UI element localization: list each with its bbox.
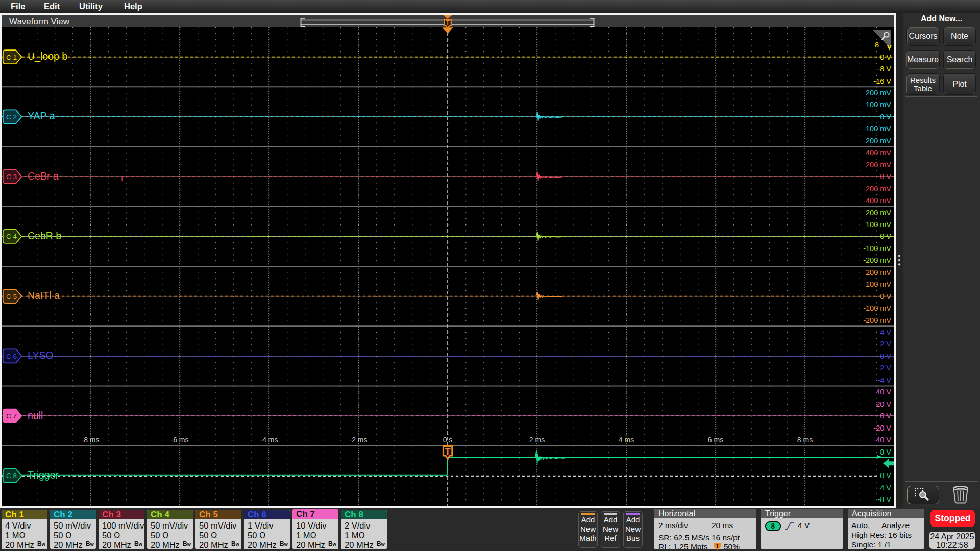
svg-text:400 mV: 400 mV (866, 148, 891, 157)
svg-text:-8 ms: -8 ms (82, 436, 100, 444)
svg-text:-8 V: -8 V (877, 495, 891, 504)
svg-text:C 8: C 8 (6, 472, 17, 480)
svg-text:-100 mV: -100 mV (863, 244, 891, 253)
svg-text:C 1: C 1 (6, 54, 17, 61)
svg-text:8 ms: 8 ms (797, 436, 813, 444)
svg-text:-400 mV: -400 mV (863, 196, 891, 205)
svg-text:-40 V: -40 V (873, 436, 891, 444)
svg-text:100 mV: 100 mV (866, 220, 891, 229)
svg-text:-200 mV: -200 mV (863, 256, 891, 264)
svg-text:200 mV: 200 mV (866, 268, 891, 277)
svg-text:100 mV: 100 mV (866, 101, 891, 109)
svg-text:-2 V: -2 V (877, 364, 891, 372)
svg-text:200 mV: 200 mV (866, 209, 891, 217)
svg-text:200 mV: 200 mV (866, 89, 891, 97)
svg-text:2 V: 2 V (880, 340, 891, 348)
svg-text:C 5: C 5 (6, 293, 17, 300)
svg-text:6 ms: 6 ms (708, 436, 723, 444)
svg-text:-6 ms: -6 ms (171, 436, 189, 444)
svg-text:-8 V: -8 V (877, 65, 891, 73)
svg-text:-200 mV: -200 mV (863, 185, 891, 193)
svg-text:0 s: 0 s (443, 436, 453, 444)
svg-text:4 V: 4 V (880, 328, 891, 336)
svg-text:-200 mV: -200 mV (863, 137, 891, 145)
svg-text:CeBr a: CeBr a (28, 170, 59, 182)
svg-text:200 mV: 200 mV (866, 161, 891, 169)
svg-text:C 7: C 7 (6, 412, 17, 420)
svg-text:CebR b: CebR b (28, 230, 61, 241)
svg-text:8: 8 (875, 41, 879, 49)
svg-text:-4 V: -4 V (877, 484, 891, 492)
svg-text:-20 V: -20 V (873, 424, 891, 432)
svg-text:null: null (28, 410, 43, 421)
svg-text:-200 mV: -200 mV (863, 316, 891, 324)
svg-text:2 ms: 2 ms (529, 436, 545, 444)
svg-text:U_loop b: U_loop b (28, 51, 67, 62)
svg-text:100 mV: 100 mV (866, 280, 891, 288)
svg-text:-4 V: -4 V (877, 376, 891, 384)
svg-text:LYSO: LYSO (28, 349, 54, 361)
svg-text:C 2: C 2 (6, 113, 17, 121)
svg-text:C 3: C 3 (6, 173, 17, 181)
svg-text:-16 V: -16 V (873, 77, 891, 85)
svg-text:20 V: 20 V (876, 400, 891, 408)
svg-text:C 4: C 4 (6, 233, 17, 240)
svg-text:T: T (445, 447, 451, 457)
svg-text:-2 ms: -2 ms (350, 436, 368, 444)
svg-text:4 ms: 4 ms (619, 436, 634, 444)
svg-text:YAP a: YAP a (28, 110, 55, 121)
svg-text:-100 mV: -100 mV (863, 124, 891, 133)
svg-text:-4 ms: -4 ms (260, 436, 278, 444)
svg-text:NaITl a: NaITl a (28, 290, 60, 301)
svg-text:0 V: 0 V (880, 471, 891, 480)
svg-text:8 V: 8 V (880, 448, 891, 456)
svg-text:T: T (446, 19, 450, 27)
svg-text:C 6: C 6 (6, 353, 17, 360)
svg-text:-100 mV: -100 mV (863, 304, 891, 312)
svg-text:40 V: 40 V (876, 388, 891, 396)
